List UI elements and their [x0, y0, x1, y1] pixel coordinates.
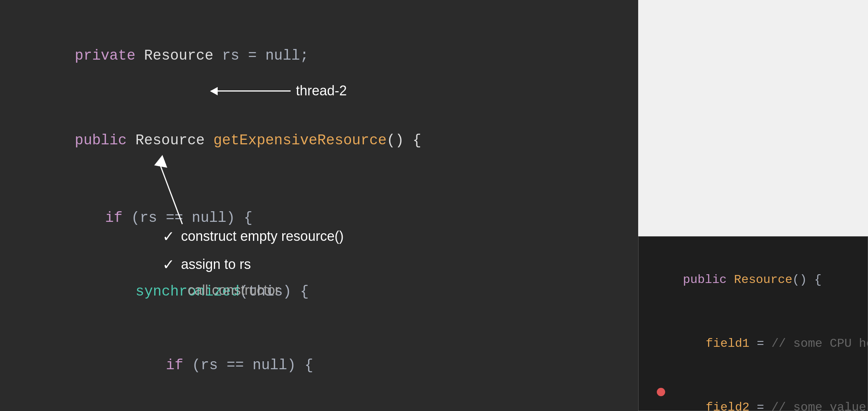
popup-keyword-public: public — [683, 273, 727, 287]
checklist-item-2: ✓ assign to rs — [163, 254, 344, 275]
code-type-resource2: Resource — [127, 132, 213, 149]
cursor-dot — [657, 388, 665, 396]
code-line-5: if (rs == null) { — [114, 329, 615, 402]
keyword-if: if — [105, 210, 123, 226]
code-line2-rest: () { — [387, 132, 421, 149]
code-line-6: rs = new Resource(); — [141, 402, 615, 411]
keyword-private: private — [75, 47, 136, 64]
checklist-text-2: assign to rs — [181, 256, 251, 272]
code-type-resource: Resource — [135, 47, 213, 64]
code-line-2: public Resource getExpensiveResource() { — [23, 104, 615, 178]
checklist-text-1: construct empty resource() — [181, 228, 344, 244]
checklist-item-1: ✓ construct empty resource() — [163, 226, 344, 247]
popup-code-panel: public Resource() { field1 = // some CPU… — [638, 236, 868, 411]
popup-field1: field1 — [706, 337, 749, 351]
popup-line1-rest: () { — [792, 273, 822, 287]
keyword-if2: if — [166, 357, 183, 373]
code-line1-rest: rs = null; — [213, 47, 309, 64]
keyword-public: public — [75, 132, 127, 149]
code-line-1: private Resource rs = null; — [23, 19, 615, 93]
popup-eq2: = — [749, 400, 772, 411]
popup-eq1: = — [749, 337, 772, 351]
code-line5-rest: (rs == null) { — [183, 357, 313, 373]
thread2-label: thread-2 — [296, 83, 347, 99]
popup-field2: field2 — [706, 400, 749, 411]
thread2-annotation: thread-2 — [211, 83, 347, 99]
checklist-text-3: call constructor — [188, 282, 280, 298]
checkmark-2: ✓ — [163, 254, 174, 275]
popup-line-2: field1 = // some CPU heavy logic — [677, 312, 852, 376]
checklist: ✓ construct empty resource() ✓ assign to… — [163, 226, 344, 298]
popup-space1 — [727, 273, 734, 287]
popup-type-resource: Resource — [734, 273, 792, 287]
main-code-panel: private Resource rs = null; public Resou… — [0, 0, 638, 411]
method-name: getExpensiveResource — [213, 132, 387, 149]
checkmark-1: ✓ — [163, 226, 174, 247]
checklist-item-3: call constructor — [163, 282, 344, 298]
popup-comment1: // some CPU heavy logic — [772, 337, 868, 351]
popup-line-3: field2 = // some value from DB — [677, 376, 852, 411]
popup-comment2: // some value from DB — [772, 400, 868, 411]
popup-line-1: public Resource() { — [654, 248, 852, 312]
code-line3-rest: (rs == null) { — [122, 210, 252, 226]
